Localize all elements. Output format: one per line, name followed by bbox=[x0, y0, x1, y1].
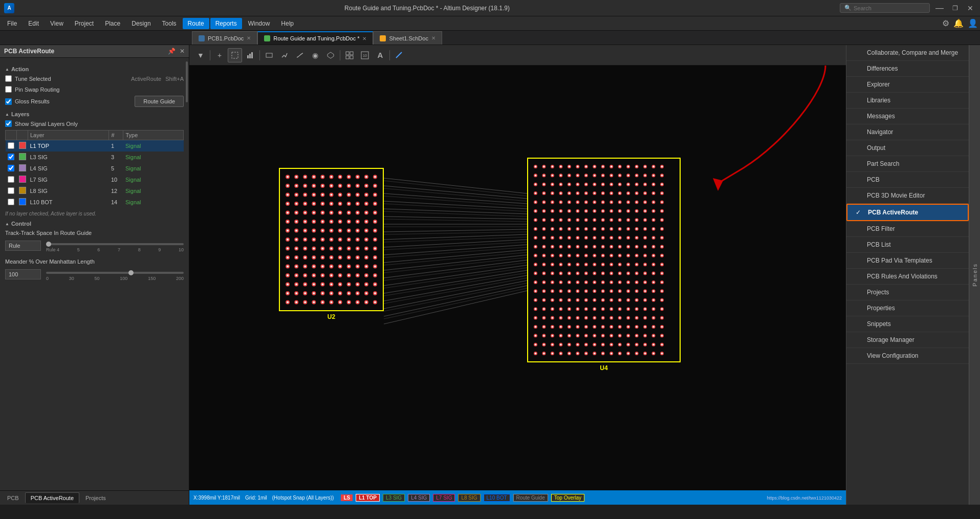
panel-menu-item-pcb-list[interactable]: PCB List bbox=[846, 237, 969, 253]
separator-1 bbox=[210, 50, 210, 60]
table-row[interactable]: L4 SIG 5 Signal bbox=[6, 163, 184, 174]
layer-l4-check[interactable] bbox=[8, 165, 14, 171]
table-row[interactable]: L1 TOP 1 Signal bbox=[6, 140, 184, 152]
panel-menu-item-properties[interactable]: Properties bbox=[846, 300, 969, 316]
menu-edit[interactable]: Edit bbox=[23, 18, 44, 29]
grid-tool[interactable] bbox=[342, 48, 357, 62]
rule-value-input[interactable] bbox=[5, 241, 41, 251]
maximize-button[interactable]: ❐ bbox=[949, 3, 961, 14]
panel-pin-icon[interactable]: 📌 bbox=[168, 48, 176, 55]
layer-l8-check[interactable] bbox=[8, 187, 14, 194]
settings-icon[interactable]: ⚙ bbox=[942, 18, 949, 28]
chart-tool[interactable] bbox=[243, 48, 257, 62]
panel-menu-item-navigator[interactable]: Navigator bbox=[846, 124, 969, 140]
table-row[interactable]: L8 SIG 12 Signal bbox=[6, 185, 184, 197]
menu-reports[interactable]: Reports bbox=[210, 18, 242, 29]
notifications-icon[interactable]: 🔔 bbox=[953, 18, 964, 28]
control-section-header: Control bbox=[5, 221, 184, 227]
tab-pcb[interactable]: PCB bbox=[2, 493, 24, 503]
svg-line-43 bbox=[384, 247, 527, 257]
active-route-label: ActiveRoute bbox=[131, 76, 161, 82]
layer-l3-check[interactable] bbox=[8, 154, 14, 160]
menu-design[interactable]: Design bbox=[126, 18, 156, 29]
panel-menu-item-differences[interactable]: Differences bbox=[846, 61, 969, 77]
user-icon[interactable]: 👤 bbox=[968, 18, 978, 28]
panel-menu-item-snippets[interactable]: Snippets bbox=[846, 316, 969, 332]
svg-line-36 bbox=[384, 204, 527, 211]
panel-menu-item-pcb-pad[interactable]: PCB Pad Via Templates bbox=[846, 253, 969, 269]
main-area: PCB ActiveRoute 📌 ✕ Action Tune Selected… bbox=[0, 45, 980, 505]
pin-swap-checkbox[interactable] bbox=[5, 86, 12, 93]
panel-menu-item-pcb[interactable]: PCB bbox=[846, 172, 969, 188]
panel-menu-item-projects[interactable]: Projects bbox=[846, 285, 969, 300]
tab-pcb1[interactable]: PCB1.PcbDoc ✕ bbox=[192, 31, 257, 45]
canvas-area[interactable]: ▼ + ◉ bbox=[189, 45, 846, 505]
svg-rect-0 bbox=[232, 52, 238, 58]
gloss-results-checkbox[interactable] bbox=[5, 98, 12, 105]
panel-menu-item-collaborate[interactable]: Collaborate, Compare and Merge bbox=[846, 45, 969, 61]
col-num: # bbox=[109, 131, 123, 140]
tab-sheet1[interactable]: Sheet1.SchDoc ✕ bbox=[373, 31, 442, 45]
pin-tool[interactable]: ◉ bbox=[308, 48, 322, 62]
panel-menu-item-pcb-rules[interactable]: PCB Rules And Violations bbox=[846, 269, 969, 285]
tab-pcb-activeroute[interactable]: PCB ActiveRoute bbox=[25, 492, 79, 503]
svg-rect-2 bbox=[249, 54, 251, 58]
menu-tools[interactable]: Tools bbox=[157, 18, 182, 29]
minimize-button[interactable]: — bbox=[934, 3, 945, 14]
line-tool[interactable] bbox=[392, 48, 406, 62]
tune-selected-label: Tune Selected bbox=[15, 76, 51, 82]
menu-place[interactable]: Place bbox=[100, 18, 125, 29]
pcb-canvas[interactable]: U2 // Will be drawn via JS below U4 bbox=[189, 66, 846, 490]
layer-l7-check[interactable] bbox=[8, 176, 14, 183]
route-tool[interactable] bbox=[277, 48, 292, 62]
panel-menu-item-pcb-activeroute[interactable]: ✓ PCB ActiveRoute bbox=[846, 204, 969, 221]
add-tool[interactable]: + bbox=[212, 48, 227, 62]
svg-line-49 bbox=[384, 278, 527, 304]
panel-menu-item-view-config[interactable]: View Configuration bbox=[846, 348, 969, 364]
layer-l10-num: 14 bbox=[109, 197, 123, 208]
layer-ls-label: LS bbox=[343, 495, 350, 501]
polygon-tool[interactable] bbox=[323, 48, 338, 62]
menu-route[interactable]: Route bbox=[183, 18, 209, 29]
menu-file[interactable]: File bbox=[2, 18, 22, 29]
svg-line-44 bbox=[384, 252, 527, 265]
tab-projects[interactable]: Projects bbox=[80, 493, 111, 503]
panel-menu-item-libraries[interactable]: Libraries bbox=[846, 93, 969, 109]
select-tool[interactable] bbox=[228, 48, 242, 62]
search-input[interactable] bbox=[854, 5, 925, 11]
text-tool[interactable]: A bbox=[373, 48, 387, 62]
panel-menu-item-pcb3d[interactable]: PCB 3D Movie Editor bbox=[846, 188, 969, 204]
component-tool[interactable] bbox=[262, 48, 276, 62]
tab-route-guide[interactable]: Route Guide and Tuning.PcbDoc * ✕ bbox=[257, 31, 373, 45]
table-row[interactable]: L3 SIG 3 Signal bbox=[6, 152, 184, 163]
menu-project[interactable]: Project bbox=[70, 18, 99, 29]
layer-l1-check[interactable] bbox=[8, 142, 14, 149]
meander-value-input[interactable] bbox=[5, 269, 41, 279]
panel-menu-item-part-search[interactable]: Part Search bbox=[846, 156, 969, 172]
menu-window[interactable]: Window bbox=[243, 18, 275, 29]
layer-l10-check[interactable] bbox=[8, 199, 14, 205]
svg-line-23 bbox=[384, 245, 527, 255]
close-button[interactable]: ✕ bbox=[965, 3, 976, 14]
layers-section-header: Layers bbox=[5, 111, 184, 117]
panel-menu-item-explorer[interactable]: Explorer bbox=[846, 77, 969, 93]
table-row[interactable]: L7 SIG 10 Signal bbox=[6, 174, 184, 185]
panel-menu-item-output[interactable]: Output bbox=[846, 140, 969, 156]
panel-close-icon[interactable]: ✕ bbox=[180, 48, 185, 55]
table-row[interactable]: L10 BOT 14 Signal bbox=[6, 197, 184, 208]
panel-menu-item-storage[interactable]: Storage Manager bbox=[846, 332, 969, 348]
filter-tool[interactable]: ▼ bbox=[193, 48, 208, 62]
menu-view[interactable]: View bbox=[45, 18, 69, 29]
tune-selected-checkbox[interactable] bbox=[5, 75, 12, 82]
panel-menu-item-messages[interactable]: Messages bbox=[846, 109, 969, 124]
menu-help[interactable]: Help bbox=[276, 18, 299, 29]
show-signal-layers-checkbox[interactable] bbox=[5, 120, 12, 127]
rule-tool[interactable]: 10 bbox=[358, 48, 372, 62]
svg-line-22 bbox=[384, 240, 527, 247]
curve-tool[interactable] bbox=[293, 48, 307, 62]
panel-menu-item-pcb-filter[interactable]: PCB Filter bbox=[846, 221, 969, 237]
route-guide-button[interactable]: Route Guide bbox=[135, 96, 184, 107]
panel-header: PCB ActiveRoute 📌 ✕ bbox=[0, 45, 189, 58]
panels-side-label[interactable]: Panels bbox=[969, 45, 980, 505]
search-box[interactable]: 🔍 bbox=[840, 3, 930, 13]
